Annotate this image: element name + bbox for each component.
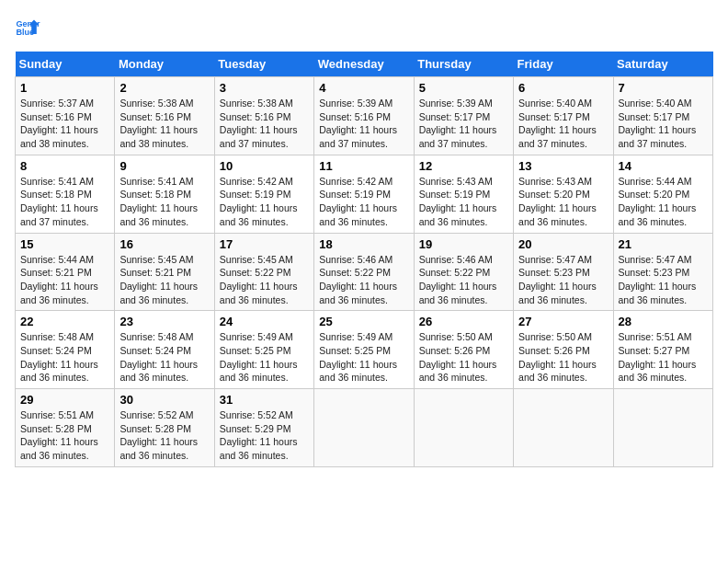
column-header-wednesday: Wednesday <box>314 52 414 77</box>
calendar-cell <box>414 389 513 467</box>
page-header: General Blue <box>15 15 713 40</box>
day-number: 21 <box>619 237 708 251</box>
cell-info: Sunrise: 5:43 AMSunset: 5:20 PMDaylight:… <box>518 175 608 229</box>
calendar-cell: 13Sunrise: 5:43 AMSunset: 5:20 PMDayligh… <box>514 155 613 233</box>
calendar-cell: 8Sunrise: 5:41 AMSunset: 5:18 PMDaylight… <box>16 155 115 233</box>
cell-info: Sunrise: 5:47 AMSunset: 5:23 PMDaylight:… <box>619 253 708 307</box>
calendar-week-row: 1Sunrise: 5:37 AMSunset: 5:16 PMDaylight… <box>16 77 713 155</box>
cell-info: Sunrise: 5:44 AMSunset: 5:20 PMDaylight:… <box>619 175 708 229</box>
calendar-cell: 3Sunrise: 5:38 AMSunset: 5:16 PMDaylight… <box>214 77 313 155</box>
calendar-cell: 22Sunrise: 5:48 AMSunset: 5:24 PMDayligh… <box>16 311 115 389</box>
cell-info: Sunrise: 5:52 AMSunset: 5:28 PMDaylight:… <box>119 408 209 463</box>
calendar-cell: 18Sunrise: 5:46 AMSunset: 5:22 PMDayligh… <box>314 233 414 311</box>
day-number: 17 <box>220 237 309 251</box>
day-number: 20 <box>518 237 608 251</box>
cell-info: Sunrise: 5:40 AMSunset: 5:17 PMDaylight:… <box>619 97 708 151</box>
cell-info: Sunrise: 5:49 AMSunset: 5:25 PMDaylight:… <box>319 330 408 385</box>
day-number: 28 <box>619 315 708 328</box>
day-number: 16 <box>119 237 209 251</box>
day-number: 15 <box>20 237 109 251</box>
cell-info: Sunrise: 5:42 AMSunset: 5:19 PMDaylight:… <box>319 175 408 229</box>
calendar-cell: 11Sunrise: 5:42 AMSunset: 5:19 PMDayligh… <box>314 155 414 233</box>
day-number: 27 <box>518 315 608 328</box>
calendar-cell: 7Sunrise: 5:40 AMSunset: 5:17 PMDaylight… <box>613 77 712 155</box>
calendar-cell: 1Sunrise: 5:37 AMSunset: 5:16 PMDaylight… <box>16 77 115 155</box>
cell-info: Sunrise: 5:42 AMSunset: 5:19 PMDaylight:… <box>220 175 309 229</box>
cell-info: Sunrise: 5:45 AMSunset: 5:22 PMDaylight:… <box>220 253 309 307</box>
day-number: 4 <box>319 81 408 95</box>
calendar-cell: 9Sunrise: 5:41 AMSunset: 5:18 PMDaylight… <box>115 155 214 233</box>
calendar-week-row: 29Sunrise: 5:51 AMSunset: 5:28 PMDayligh… <box>16 389 713 467</box>
column-header-sunday: Sunday <box>16 52 115 77</box>
day-number: 8 <box>20 159 109 173</box>
cell-info: Sunrise: 5:46 AMSunset: 5:22 PMDaylight:… <box>419 253 508 307</box>
calendar-table: SundayMondayTuesdayWednesdayThursdayFrid… <box>15 52 713 467</box>
cell-info: Sunrise: 5:51 AMSunset: 5:28 PMDaylight:… <box>20 408 109 463</box>
day-number: 12 <box>419 159 508 173</box>
calendar-cell: 15Sunrise: 5:44 AMSunset: 5:21 PMDayligh… <box>16 233 115 311</box>
cell-info: Sunrise: 5:39 AMSunset: 5:17 PMDaylight:… <box>419 97 508 151</box>
cell-info: Sunrise: 5:43 AMSunset: 5:19 PMDaylight:… <box>419 175 508 229</box>
calendar-cell <box>514 389 613 467</box>
day-number: 22 <box>20 315 109 328</box>
calendar-cell: 4Sunrise: 5:39 AMSunset: 5:16 PMDaylight… <box>314 77 414 155</box>
day-number: 3 <box>220 81 309 95</box>
cell-info: Sunrise: 5:44 AMSunset: 5:21 PMDaylight:… <box>20 253 109 307</box>
calendar-week-row: 22Sunrise: 5:48 AMSunset: 5:24 PMDayligh… <box>16 311 713 389</box>
calendar-cell: 30Sunrise: 5:52 AMSunset: 5:28 PMDayligh… <box>115 389 214 467</box>
calendar-cell <box>314 389 414 467</box>
day-number: 7 <box>619 81 708 95</box>
calendar-cell: 14Sunrise: 5:44 AMSunset: 5:20 PMDayligh… <box>613 155 712 233</box>
cell-info: Sunrise: 5:51 AMSunset: 5:27 PMDaylight:… <box>619 330 708 385</box>
cell-info: Sunrise: 5:48 AMSunset: 5:24 PMDaylight:… <box>20 330 109 385</box>
calendar-cell: 26Sunrise: 5:50 AMSunset: 5:26 PMDayligh… <box>414 311 513 389</box>
calendar-cell: 10Sunrise: 5:42 AMSunset: 5:19 PMDayligh… <box>214 155 313 233</box>
column-header-tuesday: Tuesday <box>214 52 313 77</box>
calendar-cell: 6Sunrise: 5:40 AMSunset: 5:17 PMDaylight… <box>514 77 613 155</box>
cell-info: Sunrise: 5:40 AMSunset: 5:17 PMDaylight:… <box>518 97 608 151</box>
calendar-cell: 19Sunrise: 5:46 AMSunset: 5:22 PMDayligh… <box>414 233 513 311</box>
cell-info: Sunrise: 5:48 AMSunset: 5:24 PMDaylight:… <box>119 330 209 385</box>
day-number: 9 <box>119 159 209 173</box>
cell-info: Sunrise: 5:39 AMSunset: 5:16 PMDaylight:… <box>319 97 408 151</box>
calendar-cell: 27Sunrise: 5:50 AMSunset: 5:26 PMDayligh… <box>514 311 613 389</box>
cell-info: Sunrise: 5:37 AMSunset: 5:16 PMDaylight:… <box>20 97 109 151</box>
day-number: 2 <box>119 81 209 95</box>
day-number: 19 <box>419 237 508 251</box>
calendar-cell: 24Sunrise: 5:49 AMSunset: 5:25 PMDayligh… <box>214 311 313 389</box>
day-number: 31 <box>220 393 309 407</box>
cell-info: Sunrise: 5:45 AMSunset: 5:21 PMDaylight:… <box>119 253 209 307</box>
calendar-cell: 5Sunrise: 5:39 AMSunset: 5:17 PMDaylight… <box>414 77 513 155</box>
calendar-cell: 21Sunrise: 5:47 AMSunset: 5:23 PMDayligh… <box>613 233 712 311</box>
column-header-friday: Friday <box>514 52 613 77</box>
calendar-cell: 16Sunrise: 5:45 AMSunset: 5:21 PMDayligh… <box>115 233 214 311</box>
calendar-cell: 23Sunrise: 5:48 AMSunset: 5:24 PMDayligh… <box>115 311 214 389</box>
column-header-monday: Monday <box>115 52 214 77</box>
day-number: 25 <box>319 315 408 328</box>
day-number: 6 <box>518 81 608 95</box>
cell-info: Sunrise: 5:50 AMSunset: 5:26 PMDaylight:… <box>518 330 608 385</box>
column-header-thursday: Thursday <box>414 52 513 77</box>
calendar-header-row: SundayMondayTuesdayWednesdayThursdayFrid… <box>16 52 713 77</box>
day-number: 18 <box>319 237 408 251</box>
calendar-cell: 17Sunrise: 5:45 AMSunset: 5:22 PMDayligh… <box>214 233 313 311</box>
column-header-saturday: Saturday <box>613 52 712 77</box>
day-number: 13 <box>518 159 608 173</box>
cell-info: Sunrise: 5:38 AMSunset: 5:16 PMDaylight:… <box>220 97 309 151</box>
calendar-cell: 20Sunrise: 5:47 AMSunset: 5:23 PMDayligh… <box>514 233 613 311</box>
calendar-week-row: 8Sunrise: 5:41 AMSunset: 5:18 PMDaylight… <box>16 155 713 233</box>
calendar-cell: 28Sunrise: 5:51 AMSunset: 5:27 PMDayligh… <box>613 311 712 389</box>
day-number: 23 <box>119 315 209 328</box>
cell-info: Sunrise: 5:41 AMSunset: 5:18 PMDaylight:… <box>119 175 209 229</box>
day-number: 5 <box>419 81 508 95</box>
calendar-cell: 25Sunrise: 5:49 AMSunset: 5:25 PMDayligh… <box>314 311 414 389</box>
calendar-week-row: 15Sunrise: 5:44 AMSunset: 5:21 PMDayligh… <box>16 233 713 311</box>
day-number: 1 <box>20 81 109 95</box>
day-number: 26 <box>419 315 508 328</box>
cell-info: Sunrise: 5:46 AMSunset: 5:22 PMDaylight:… <box>319 253 408 307</box>
calendar-cell: 12Sunrise: 5:43 AMSunset: 5:19 PMDayligh… <box>414 155 513 233</box>
logo: General Blue <box>15 15 40 40</box>
cell-info: Sunrise: 5:52 AMSunset: 5:29 PMDaylight:… <box>220 408 309 463</box>
cell-info: Sunrise: 5:47 AMSunset: 5:23 PMDaylight:… <box>518 253 608 307</box>
logo-icon: General Blue <box>15 15 40 40</box>
